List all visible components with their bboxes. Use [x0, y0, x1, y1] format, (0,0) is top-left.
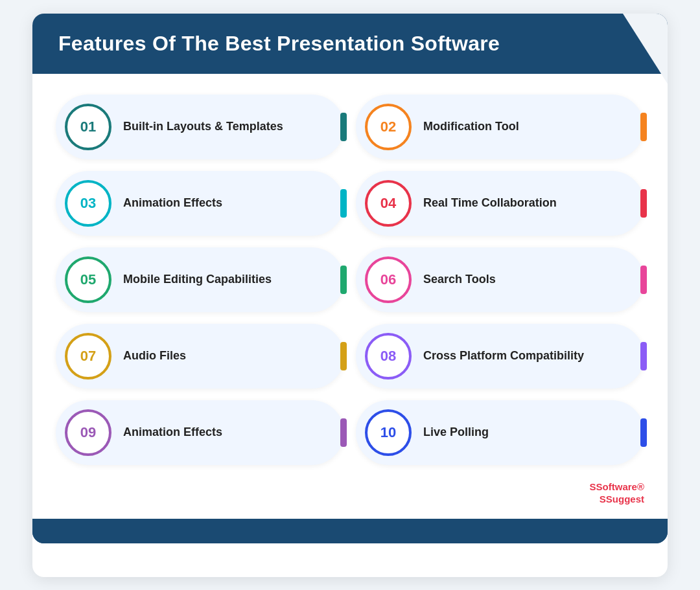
feature-label-08: Cross Platform Compatibility	[423, 348, 584, 363]
brand-logo: SSoftware® SSuggest	[590, 481, 644, 506]
feature-item-05: 05Mobile Editing Capabilities	[56, 247, 344, 312]
feature-badge-04: 04	[365, 180, 412, 227]
feature-label-04: Real Time Collaboration	[423, 195, 557, 210]
feature-item-04: 04Real Time Collaboration	[356, 171, 644, 236]
feature-badge-03: 03	[65, 180, 111, 227]
feature-badge-08: 08	[365, 333, 412, 380]
feature-badge-07: 07	[65, 333, 111, 380]
feature-item-07: 07Audio Files	[56, 324, 344, 389]
feature-badge-01: 01	[65, 104, 111, 150]
feature-label-02: Modification Tool	[423, 119, 519, 134]
feature-badge-09: 09	[65, 409, 111, 456]
bottom-decoration	[32, 519, 668, 543]
feature-item-09: 09Animation Effects	[56, 400, 344, 465]
brand-line1: SSoftware®	[590, 481, 644, 494]
feature-label-10: Live Polling	[423, 424, 489, 440]
page-title: Features Of The Best Presentation Softwa…	[58, 32, 500, 56]
features-grid: 01Built-in Layouts & Templates02Modifica…	[32, 74, 668, 481]
feature-badge-05: 05	[65, 256, 111, 303]
feature-item-10: 10Live Polling	[356, 400, 644, 465]
feature-item-02: 02Modification Tool	[356, 95, 644, 159]
footer: SSoftware® SSuggest	[32, 481, 668, 519]
feature-item-08: 08Cross Platform Compatibility	[356, 324, 644, 389]
feature-label-07: Audio Files	[123, 348, 186, 363]
feature-label-05: Mobile Editing Capabilities	[123, 271, 272, 287]
brand-line2: SSuggest	[590, 493, 644, 506]
feature-label-03: Animation Effects	[123, 195, 222, 210]
header: Features Of The Best Presentation Softwa…	[32, 14, 668, 74]
feature-label-01: Built-in Layouts & Templates	[123, 119, 283, 134]
feature-badge-02: 02	[365, 104, 412, 150]
feature-badge-10: 10	[365, 409, 412, 456]
feature-badge-06: 06	[365, 256, 412, 303]
feature-item-03: 03Animation Effects	[56, 171, 344, 236]
main-card: Features Of The Best Presentation Softwa…	[32, 14, 668, 577]
feature-item-06: 06Search Tools	[356, 247, 644, 312]
feature-label-06: Search Tools	[423, 271, 496, 287]
feature-item-01: 01Built-in Layouts & Templates	[56, 95, 344, 159]
feature-label-09: Animation Effects	[123, 424, 222, 440]
